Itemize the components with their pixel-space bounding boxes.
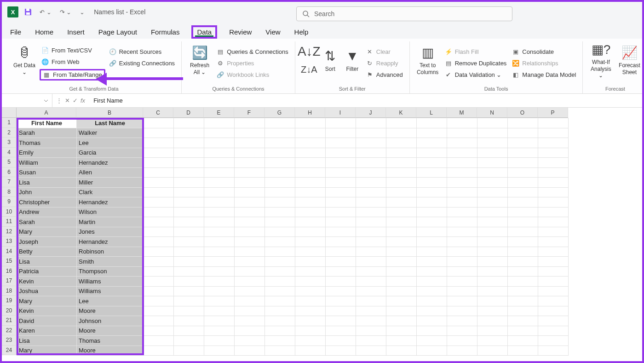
cell[interactable] (144, 266, 174, 277)
cell[interactable] (265, 128, 295, 138)
cell[interactable] (447, 197, 477, 207)
cell[interactable] (356, 316, 386, 326)
cell[interactable] (538, 148, 569, 158)
cell[interactable] (417, 286, 447, 296)
cell[interactable]: Mary (17, 346, 77, 356)
cell[interactable] (235, 138, 265, 148)
row-header[interactable]: 10 (2, 207, 17, 217)
cell[interactable] (417, 336, 447, 346)
cell[interactable] (386, 148, 417, 158)
cell[interactable] (417, 148, 447, 158)
cell[interactable] (295, 286, 326, 296)
col-header-E[interactable]: E (204, 108, 234, 118)
cell[interactable] (295, 118, 326, 128)
cell[interactable] (174, 257, 204, 267)
cell[interactable] (235, 187, 265, 197)
cell[interactable]: Smith (77, 257, 144, 267)
cell[interactable] (477, 296, 508, 306)
cell[interactable] (417, 277, 447, 287)
cell[interactable] (447, 167, 477, 178)
cell[interactable] (447, 207, 477, 217)
cell[interactable] (477, 118, 508, 128)
cell[interactable] (386, 138, 417, 148)
cell[interactable] (265, 237, 295, 247)
cell[interactable] (326, 296, 356, 306)
cell[interactable]: Jones (77, 227, 144, 237)
row-header[interactable]: 8 (2, 187, 17, 197)
cell[interactable] (508, 158, 538, 168)
refresh-all-button[interactable]: 🔄Refresh All ⌄ (186, 41, 213, 79)
cell[interactable] (538, 346, 569, 356)
cell[interactable]: Joshua (17, 286, 77, 296)
cell[interactable] (144, 148, 174, 158)
cell[interactable] (174, 207, 204, 217)
cell[interactable] (204, 197, 235, 207)
cell[interactable] (265, 178, 295, 188)
cell[interactable] (386, 207, 417, 217)
cell[interactable] (417, 306, 447, 316)
cell[interactable] (386, 167, 417, 178)
cell[interactable] (508, 187, 538, 197)
cell[interactable] (386, 346, 417, 356)
cell[interactable]: Moore (77, 306, 144, 316)
cell[interactable] (386, 277, 417, 287)
cell[interactable] (538, 178, 569, 188)
row-header[interactable]: 5 (2, 157, 17, 167)
cell[interactable] (508, 217, 538, 227)
cell[interactable] (477, 286, 508, 296)
cell[interactable] (326, 217, 356, 227)
cell[interactable] (477, 158, 508, 168)
cell[interactable] (417, 118, 447, 128)
cell[interactable] (477, 257, 508, 267)
cell[interactable] (538, 207, 569, 217)
cell[interactable] (295, 336, 326, 346)
cell[interactable]: Sarah (17, 128, 77, 138)
cell[interactable] (204, 138, 235, 148)
cell[interactable] (235, 316, 265, 326)
col-header-K[interactable]: K (386, 108, 416, 118)
cell[interactable] (508, 197, 538, 207)
properties-button[interactable]: ⚙Properties (215, 59, 290, 68)
row-header[interactable]: 1 (2, 118, 17, 128)
cell[interactable] (477, 346, 508, 356)
cell[interactable] (447, 266, 477, 277)
cell[interactable] (174, 217, 204, 227)
cell[interactable] (235, 237, 265, 247)
cell[interactable] (477, 178, 508, 188)
cell[interactable]: Lisa (17, 178, 77, 188)
cell[interactable]: Last Name (77, 118, 144, 128)
cell[interactable] (477, 167, 508, 178)
enter-icon[interactable]: ✓ (73, 97, 78, 104)
cell[interactable] (265, 167, 295, 178)
cell[interactable] (447, 128, 477, 138)
cell[interactable] (417, 207, 447, 217)
cell[interactable] (204, 237, 235, 247)
cell[interactable] (447, 277, 477, 287)
cell[interactable]: Wilson (77, 207, 144, 217)
cell[interactable] (477, 217, 508, 227)
qat-customize[interactable]: ⌄ (78, 9, 86, 16)
cell[interactable] (326, 178, 356, 188)
cell[interactable] (265, 257, 295, 267)
cell[interactable] (356, 138, 386, 148)
cell[interactable] (326, 148, 356, 158)
dropdown-icon[interactable]: ⋮ (56, 97, 62, 104)
cell[interactable] (204, 277, 235, 287)
cell[interactable] (538, 227, 569, 237)
cell[interactable] (144, 296, 174, 306)
cell[interactable] (356, 247, 386, 257)
row-header[interactable]: 19 (2, 296, 17, 306)
cell[interactable] (144, 187, 174, 197)
cell[interactable]: Mary (17, 296, 77, 306)
cell[interactable] (356, 326, 386, 336)
cell[interactable] (174, 167, 204, 178)
cell[interactable] (144, 277, 174, 287)
filter-button[interactable]: ▼Filter (342, 41, 362, 79)
cell[interactable] (144, 197, 174, 207)
cell[interactable] (295, 257, 326, 267)
cell[interactable]: First Name (17, 118, 77, 128)
cell[interactable] (508, 326, 538, 336)
cell[interactable] (174, 118, 204, 128)
cell[interactable] (538, 158, 569, 168)
cell[interactable] (447, 158, 477, 168)
